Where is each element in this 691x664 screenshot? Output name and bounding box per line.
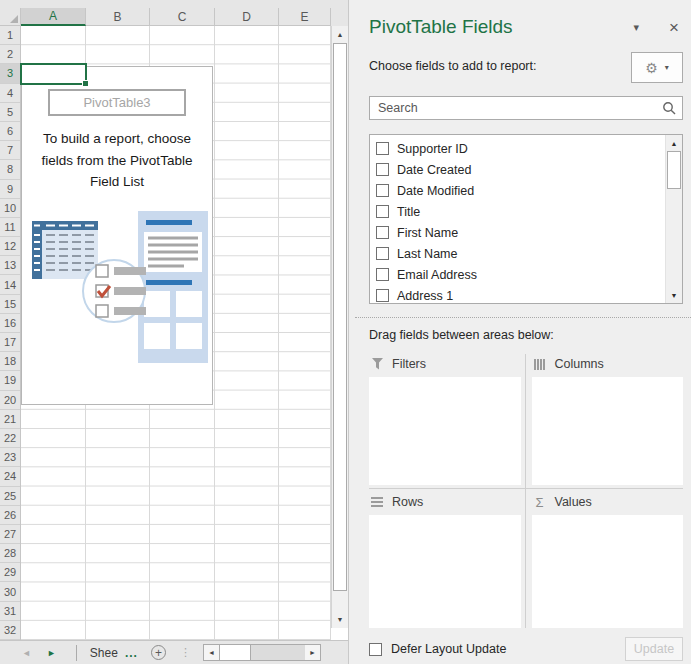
sheet-tab[interactable]: Shee: [90, 646, 118, 660]
area-dropzone-columns[interactable]: [532, 377, 684, 485]
row-header-24[interactable]: 24: [0, 467, 20, 486]
select-all-corner[interactable]: [0, 8, 21, 26]
field-checkbox[interactable]: [376, 205, 389, 218]
gridline: [278, 26, 279, 640]
row-header-8[interactable]: 8: [0, 160, 20, 179]
search-input[interactable]: [376, 100, 662, 116]
row-header-12[interactable]: 12: [0, 237, 20, 256]
field-item-date-modified[interactable]: Date Modified: [376, 180, 682, 201]
row-header-30[interactable]: 30: [0, 582, 20, 601]
scroll-up-icon[interactable]: ▲: [332, 26, 348, 43]
field-checkbox[interactable]: [376, 289, 389, 302]
list-scrollbar-thumb[interactable]: [667, 151, 681, 189]
row-header-6[interactable]: 6: [0, 122, 20, 141]
area-name: Rows: [392, 495, 423, 509]
row-header-27[interactable]: 27: [0, 525, 20, 544]
field-checkbox[interactable]: [376, 226, 389, 239]
column-header-e[interactable]: E: [279, 8, 331, 26]
row-header-32[interactable]: 32: [0, 621, 20, 640]
area-columns: Columns: [532, 354, 684, 485]
row-header-26[interactable]: 26: [0, 506, 20, 525]
field-checkbox[interactable]: [376, 163, 389, 176]
close-icon[interactable]: ×: [669, 19, 679, 36]
column-header-d[interactable]: D: [215, 8, 279, 26]
column-header-a[interactable]: A: [21, 8, 86, 26]
list-scroll-down-icon[interactable]: ▼: [666, 287, 682, 303]
field-item-address-1[interactable]: Address 1: [376, 285, 682, 304]
row-header-10[interactable]: 10: [0, 199, 20, 218]
scroll-left-icon[interactable]: ◄: [204, 645, 219, 660]
row-header-13[interactable]: 13: [0, 256, 20, 275]
field-item-last-name[interactable]: Last Name: [376, 243, 682, 264]
vertical-scrollbar-track[interactable]: [332, 591, 348, 611]
horizontal-scrollbar[interactable]: ◄ ►: [203, 644, 321, 661]
row-header-20[interactable]: 20: [0, 391, 20, 410]
area-name: Columns: [555, 357, 604, 371]
field-list-scrollbar[interactable]: ▲ ▼: [665, 135, 682, 303]
row-header-14[interactable]: 14: [0, 275, 20, 294]
field-label: Date Modified: [397, 184, 474, 198]
horizontal-scrollbar-track[interactable]: [251, 645, 305, 660]
row-header-2[interactable]: 2: [0, 45, 20, 64]
search-box[interactable]: [369, 96, 683, 120]
row-header-11[interactable]: 11: [0, 218, 20, 237]
prev-sheet-icon[interactable]: ◄: [22, 648, 31, 658]
field-checkbox[interactable]: [376, 184, 389, 197]
choose-row: Choose fields to add to report: ⚙ ▾: [369, 52, 683, 83]
selected-cell-a3[interactable]: [20, 63, 87, 85]
field-checkbox[interactable]: [376, 268, 389, 281]
scroll-right-icon[interactable]: ►: [305, 645, 320, 660]
row-header-31[interactable]: 31: [0, 602, 20, 621]
row-header-15[interactable]: 15: [0, 295, 20, 314]
area-name: Filters: [392, 357, 426, 371]
scroll-down-icon[interactable]: ▼: [332, 611, 348, 628]
pivot-placeholder-graphic: [22, 209, 214, 367]
defer-layout-checkbox[interactable]: [369, 643, 382, 656]
field-item-date-created[interactable]: Date Created: [376, 159, 682, 180]
column-header-c[interactable]: C: [150, 8, 215, 26]
row-header-4[interactable]: 4: [0, 84, 20, 103]
update-button[interactable]: Update: [625, 637, 683, 661]
values-icon: Σ: [534, 495, 546, 510]
row-header-21[interactable]: 21: [0, 410, 20, 429]
row-header-23[interactable]: 23: [0, 448, 20, 467]
field-checkbox[interactable]: [376, 247, 389, 260]
area-dropzone-rows[interactable]: [369, 515, 521, 628]
list-scroll-up-icon[interactable]: ▲: [666, 135, 682, 151]
row-header-3[interactable]: 3: [0, 64, 20, 83]
field-checkbox[interactable]: [376, 142, 389, 155]
row-header-5[interactable]: 5: [0, 103, 20, 122]
row-header-25[interactable]: 25: [0, 487, 20, 506]
area-dropzone-filters[interactable]: [369, 377, 521, 485]
row-header-1[interactable]: 1: [0, 26, 20, 45]
field-item-supporter-id[interactable]: Supporter ID: [376, 138, 682, 159]
area-filters: Filters: [369, 354, 521, 485]
tools-button[interactable]: ⚙ ▾: [631, 52, 683, 83]
vertical-scrollbar-thumb[interactable]: [333, 43, 347, 591]
add-sheet-button[interactable]: +: [151, 645, 166, 660]
row-header-9[interactable]: 9: [0, 180, 20, 199]
sheet-tab-ellipsis[interactable]: ...: [125, 646, 138, 660]
pane-options-chevron-icon[interactable]: ▾: [634, 21, 640, 34]
row-header-28[interactable]: 28: [0, 544, 20, 563]
choose-fields-label: Choose fields to add to report:: [369, 52, 536, 73]
row-header-29[interactable]: 29: [0, 563, 20, 582]
row-header-16[interactable]: 16: [0, 314, 20, 333]
field-label: Email Address: [397, 268, 477, 282]
row-header-18[interactable]: 18: [0, 352, 20, 371]
row-header-17[interactable]: 17: [0, 333, 20, 352]
list-scrollbar-track[interactable]: [666, 189, 682, 287]
field-item-email-address[interactable]: Email Address: [376, 264, 682, 285]
field-item-first-name[interactable]: First Name: [376, 222, 682, 243]
area-name: Values: [555, 495, 592, 509]
row-header-19[interactable]: 19: [0, 371, 20, 390]
vertical-scrollbar[interactable]: ▲ ▼: [331, 26, 348, 628]
horizontal-scrollbar-thumb[interactable]: [219, 645, 251, 660]
row-header-22[interactable]: 22: [0, 429, 20, 448]
next-sheet-icon[interactable]: ►: [47, 648, 56, 658]
pane-header: PivotTable Fields ▾ ×: [369, 16, 683, 38]
row-header-7[interactable]: 7: [0, 141, 20, 160]
field-item-title[interactable]: Title: [376, 201, 682, 222]
column-header-b[interactable]: B: [86, 8, 150, 26]
area-dropzone-values[interactable]: [532, 515, 684, 628]
